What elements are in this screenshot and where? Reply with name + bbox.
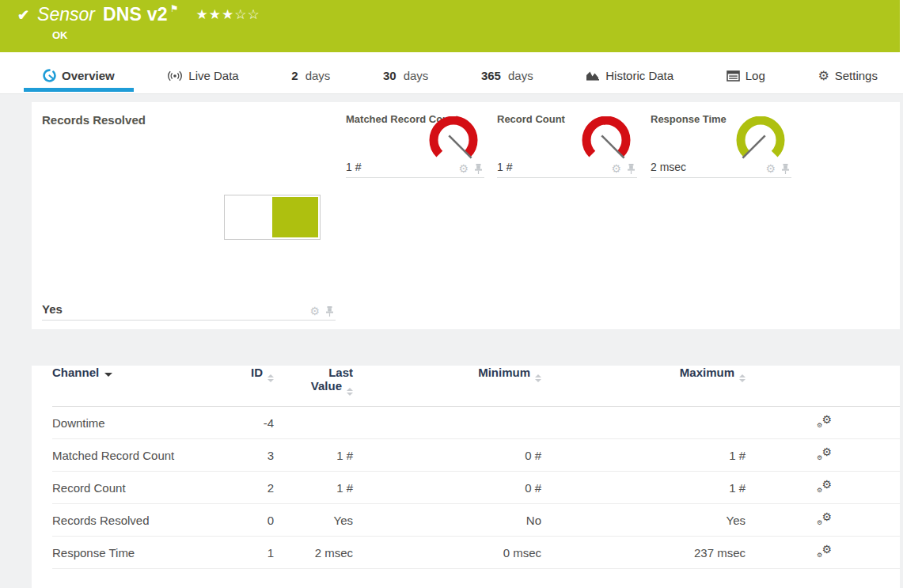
pin-icon[interactable] [474, 164, 483, 174]
table-row: Record Count 2 1 # 0 # 1 # ⚙⚙ [52, 472, 900, 504]
record-count-tile: Record Count 1 # ⚙ [497, 113, 637, 178]
sort-icon [535, 374, 541, 382]
channel-settings-icon[interactable]: ⚙⚙ [816, 544, 832, 559]
matched-record-count-gauge [426, 116, 481, 167]
col-header-id[interactable]: ID [242, 366, 274, 407]
col-header-actions [746, 366, 900, 407]
tab-settings-label: Settings [835, 69, 878, 82]
matched-record-count-value: 1 # [346, 161, 361, 173]
channel-last-value: Yes [274, 504, 353, 537]
tab-live-data-label: Live Data [188, 69, 238, 82]
tab-log-label: Log [746, 69, 765, 82]
record-count-gauge [579, 116, 634, 167]
priority-stars[interactable]: ★★★☆☆ [195, 6, 260, 23]
pin-icon[interactable] [325, 306, 334, 317]
tab-2-days-unit: days [305, 69, 331, 82]
tile-gear-icon[interactable]: ⚙ [765, 163, 776, 174]
tab-overview[interactable]: Overview [24, 69, 134, 93]
tab-2-days-number: 2 [291, 69, 298, 82]
records-resolved-bar-fill [272, 197, 318, 237]
live-data-icon [167, 70, 183, 82]
channels-panel: Channel ID Last Value Minimum [32, 366, 900, 588]
channel-name[interactable]: Matched Record Count [52, 439, 242, 472]
tab-2-days[interactable]: 2 days [272, 69, 349, 93]
channel-id: -4 [242, 407, 274, 439]
channel-settings-icon[interactable]: ⚙⚙ [816, 480, 832, 494]
channel-maximum [541, 407, 746, 439]
response-time-gauge [733, 116, 788, 167]
channel-last-value: 2 msec [274, 537, 353, 569]
sensor-status-badge: OK [52, 29, 68, 41]
channel-name[interactable]: Response Time [52, 537, 242, 569]
sensor-page: ✔ Sensor DNS v2 ⚑ ★★★☆☆ OK Overview Liv [0, 0, 903, 588]
table-row: Matched Record Count 3 1 # 0 # 1 # ⚙⚙ [52, 439, 900, 472]
sort-icon [347, 388, 353, 396]
table-row: Response Time 1 2 msec 0 msec 237 msec ⚙… [52, 537, 900, 569]
channel-settings-icon[interactable]: ⚙⚙ [816, 512, 832, 526]
pin-icon[interactable] [781, 164, 790, 174]
sort-icon [267, 374, 274, 382]
record-count-value: 1 # [497, 161, 512, 173]
channel-last-value [274, 407, 353, 439]
log-list-icon [727, 70, 740, 82]
sensor-type-label: Sensor [37, 4, 95, 25]
channel-minimum [353, 407, 541, 439]
tab-30-days[interactable]: 30 days [364, 69, 447, 93]
table-row: Records Resolved 0 Yes No Yes ⚙⚙ [52, 504, 900, 537]
channel-id: 3 [242, 439, 274, 472]
channel-settings-icon[interactable]: ⚙⚙ [816, 447, 832, 461]
flag-icon[interactable]: ⚑ [170, 3, 179, 14]
channel-last-value: 1 # [274, 439, 353, 472]
channel-name[interactable]: Records Resolved [52, 504, 242, 537]
channel-minimum: No [353, 504, 541, 537]
tab-overview-label: Overview [62, 69, 115, 82]
tab-settings[interactable]: ⚙ Settings [799, 69, 897, 93]
area-chart-icon [586, 70, 600, 82]
tile-gear-icon[interactable]: ⚙ [611, 163, 621, 174]
tab-bar: Overview Live Data 2 days 30 days 365 da… [0, 52, 903, 94]
sort-desc-icon [104, 373, 112, 377]
tab-30-days-unit: days [404, 69, 429, 82]
records-resolved-title: Records Resolved [42, 113, 336, 127]
tab-historic-data[interactable]: Historic Data [567, 69, 692, 93]
content-area: Records Resolved Yes ⚙ Matched [0, 94, 903, 588]
gauge-icon [43, 69, 56, 82]
response-time-tile: Response Time 2 msec ⚙ [651, 113, 791, 178]
channel-name[interactable]: Record Count [52, 472, 242, 504]
channel-id: 1 [242, 537, 274, 569]
pin-icon[interactable] [627, 164, 636, 174]
records-resolved-tile: Records Resolved Yes ⚙ [42, 113, 336, 321]
channel-minimum: 0 msec [353, 537, 541, 569]
tab-live-data[interactable]: Live Data [148, 69, 257, 93]
tab-365-days[interactable]: 365 days [462, 69, 552, 93]
channel-maximum: 1 # [541, 472, 746, 504]
channel-id: 2 [242, 472, 274, 504]
channel-maximum: 237 msec [541, 537, 746, 569]
sensor-header: ✔ Sensor DNS v2 ⚑ ★★★☆☆ OK [0, 0, 900, 52]
tab-log[interactable]: Log [708, 69, 784, 93]
channel-minimum: 0 # [353, 439, 541, 472]
status-ok-check-icon: ✔ [17, 6, 29, 24]
overview-panel: Records Resolved Yes ⚙ Matched [32, 102, 900, 329]
settings-gear-icon: ⚙ [818, 70, 829, 82]
col-header-channel[interactable]: Channel [52, 366, 242, 407]
records-resolved-value: Yes [42, 302, 63, 316]
records-resolved-bar [224, 195, 321, 240]
col-header-last-value[interactable]: Last Value [274, 366, 353, 407]
col-header-minimum[interactable]: Minimum [353, 366, 541, 407]
tab-historic-data-label: Historic Data [605, 69, 673, 82]
channel-name[interactable]: Downtime [52, 407, 242, 439]
tab-365-days-number: 365 [481, 69, 501, 82]
col-header-maximum[interactable]: Maximum [541, 366, 746, 407]
channel-maximum: Yes [541, 504, 746, 537]
sort-icon [739, 374, 746, 382]
channel-settings-icon[interactable]: ⚙⚙ [816, 415, 832, 429]
channel-minimum: 0 # [353, 472, 541, 504]
channels-table: Channel ID Last Value Minimum [52, 366, 900, 569]
response-time-value: 2 msec [651, 161, 686, 173]
tile-gear-icon[interactable]: ⚙ [458, 163, 469, 174]
matched-record-count-tile: Matched Record Count 1 # ⚙ [346, 113, 484, 178]
tab-30-days-number: 30 [383, 69, 396, 82]
sensor-name: DNS v2 [103, 4, 168, 25]
tile-gear-icon[interactable]: ⚙ [309, 305, 320, 317]
